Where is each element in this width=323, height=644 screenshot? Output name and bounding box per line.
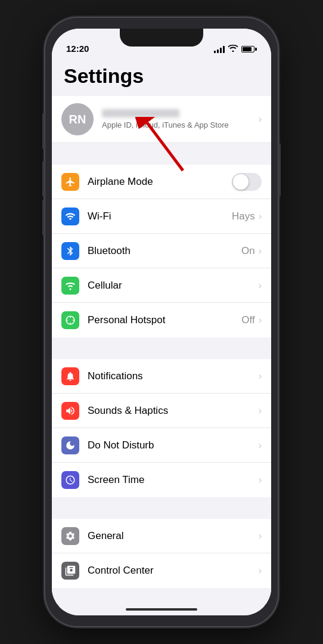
cellular-row[interactable]: Cellular › (52, 268, 271, 303)
donotdisturb-label: Do Not Disturb (88, 439, 259, 451)
avatar: RN (61, 103, 94, 135)
airplane-mode-toggle[interactable] (232, 173, 262, 191)
controlcenter-row[interactable]: Control Center › (52, 553, 271, 588)
bluetooth-chevron: › (259, 246, 262, 256)
hotspot-label: Personal Hotspot (88, 314, 241, 326)
notifications-group: Notifications › Sounds & Haptics › (52, 359, 271, 497)
controlcenter-icon (61, 562, 79, 580)
general-icon (61, 527, 79, 545)
divider-1 (52, 143, 271, 165)
profile-info: Apple ID, iCloud, iTunes & App Store (102, 109, 259, 129)
general-chevron: › (259, 531, 262, 541)
donotdisturb-row[interactable]: Do Not Disturb › (52, 428, 271, 463)
divider-2 (52, 338, 271, 359)
cellular-icon (61, 277, 79, 295)
wifi-value: Hays (232, 210, 255, 222)
airplane-mode-icon (61, 173, 79, 191)
connectivity-group: Airplane Mode Wi-Fi Hays › (52, 165, 271, 338)
status-icons (214, 45, 257, 54)
general-label: General (88, 530, 259, 542)
notifications-icon (61, 367, 79, 385)
general-row[interactable]: General › (52, 519, 271, 553)
wifi-row[interactable]: Wi-Fi Hays › (52, 199, 271, 234)
profile-name-blurred (102, 109, 179, 117)
donotdisturb-icon (61, 436, 79, 454)
screentime-icon (61, 471, 79, 489)
notifications-row[interactable]: Notifications › (52, 359, 271, 394)
bluetooth-value: On (241, 245, 255, 257)
bluetooth-icon (61, 242, 79, 260)
cellular-chevron: › (259, 280, 262, 291)
wifi-status-icon (228, 45, 238, 54)
signal-icon (214, 46, 225, 53)
airplane-mode-label: Airplane Mode (88, 176, 232, 188)
sounds-label: Sounds & Haptics (88, 405, 259, 417)
settings-content: Settings RN Apple ID, iCloud, iTunes & A… (52, 58, 271, 615)
status-time: 12:20 (66, 44, 89, 54)
status-bar: 12:20 (52, 29, 271, 58)
hotspot-icon (61, 311, 79, 329)
bluetooth-row[interactable]: Bluetooth On › (52, 234, 271, 268)
notch (120, 29, 203, 47)
profile-section: RN Apple ID, iCloud, iTunes & App Store … (52, 96, 271, 143)
divider-3 (52, 497, 271, 519)
controlcenter-label: Control Center (88, 565, 259, 577)
hotspot-row[interactable]: Personal Hotspot Off › (52, 303, 271, 338)
screentime-chevron: › (259, 475, 262, 485)
hotspot-value: Off (241, 314, 254, 326)
wifi-icon (61, 208, 79, 225)
notifications-chevron: › (259, 371, 262, 382)
profile-row[interactable]: RN Apple ID, iCloud, iTunes & App Store … (52, 96, 271, 143)
phone-screen: 12:20 (52, 29, 271, 615)
wifi-label: Wi-Fi (88, 210, 232, 222)
sounds-row[interactable]: Sounds & Haptics › (52, 394, 271, 428)
home-indicator (126, 608, 197, 611)
hotspot-chevron: › (259, 315, 262, 326)
notifications-label: Notifications (88, 370, 259, 382)
screentime-row[interactable]: Screen Time › (52, 463, 271, 497)
screentime-label: Screen Time (88, 474, 259, 486)
profile-subtitle: Apple ID, iCloud, iTunes & App Store (102, 120, 259, 129)
wifi-chevron: › (259, 211, 262, 222)
sounds-chevron: › (259, 405, 262, 416)
sounds-icon (61, 402, 79, 420)
bluetooth-label: Bluetooth (88, 245, 241, 257)
battery-icon (241, 46, 257, 52)
cellular-label: Cellular (88, 280, 259, 292)
airplane-mode-row[interactable]: Airplane Mode (52, 165, 271, 199)
donotdisturb-chevron: › (259, 440, 262, 451)
general-group: General › Control Center › (52, 519, 271, 588)
profile-chevron: › (259, 114, 262, 125)
controlcenter-chevron: › (259, 565, 262, 576)
settings-title: Settings (52, 58, 271, 96)
phone-frame: 12:20 (45, 18, 278, 626)
